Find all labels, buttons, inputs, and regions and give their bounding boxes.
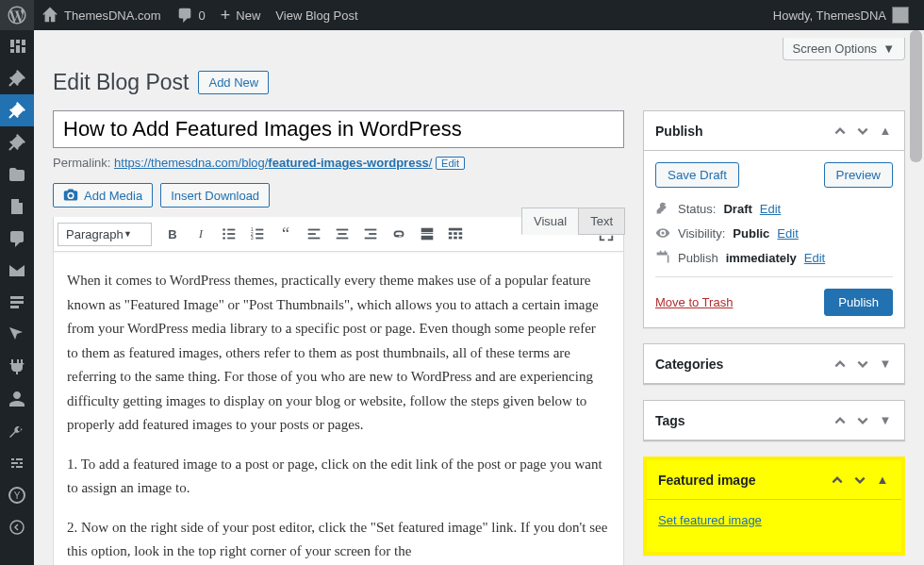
permalink-edit-button[interactable]: Edit: [436, 157, 465, 170]
toggle-icon[interactable]: ▼: [878, 357, 893, 372]
move-down-icon[interactable]: [855, 124, 870, 139]
toggle-icon[interactable]: ▲: [878, 124, 893, 139]
status-edit-link[interactable]: Edit: [760, 202, 781, 216]
view-link[interactable]: View Blog Post: [268, 0, 365, 30]
numbered-list-button[interactable]: 123: [244, 221, 271, 247]
svg-rect-23: [365, 238, 377, 240]
svg-rect-22: [369, 233, 376, 235]
menu-collapse[interactable]: [0, 511, 34, 543]
menu-appearance[interactable]: [0, 319, 34, 351]
toolbar-toggle-button[interactable]: [442, 221, 469, 247]
svg-point-7: [223, 237, 225, 240]
svg-rect-14: [256, 238, 263, 240]
avatar: [892, 7, 909, 24]
comments-count: 0: [199, 8, 206, 23]
menu-contact[interactable]: [0, 255, 34, 287]
svg-rect-32: [454, 237, 457, 240]
move-down-icon[interactable]: [855, 357, 870, 372]
add-new-button[interactable]: Add New: [198, 71, 269, 94]
svg-point-2: [10, 521, 24, 534]
scrollbar[interactable]: [908, 30, 924, 565]
editor-content[interactable]: When it comes to WordPress themes, pract…: [54, 252, 623, 565]
save-draft-button[interactable]: Save Draft: [655, 162, 739, 188]
menu-forms[interactable]: [0, 287, 34, 319]
menu-item[interactable]: [0, 126, 34, 158]
post-paragraph: 2. Now on the right side of your post ed…: [67, 516, 610, 564]
new-content-menu[interactable]: + New: [213, 0, 269, 30]
tab-text[interactable]: Text: [578, 208, 625, 235]
account-menu[interactable]: Howdy, ThemesDNA: [766, 0, 916, 30]
schedule-edit-link[interactable]: Edit: [804, 251, 825, 265]
align-right-button[interactable]: [357, 221, 384, 247]
svg-text:3: 3: [251, 235, 254, 241]
svg-text:Y: Y: [14, 490, 21, 501]
menu-media[interactable]: [0, 158, 34, 191]
site-name-menu[interactable]: ThemesDNA.com: [34, 0, 169, 30]
menu-tools[interactable]: [0, 415, 34, 447]
comments-menu[interactable]: 0: [169, 0, 213, 30]
menu-users[interactable]: [0, 383, 34, 415]
key-icon: [655, 201, 670, 216]
menu-plugins[interactable]: [0, 351, 34, 383]
site-title: ThemesDNA.com: [64, 8, 161, 23]
svg-rect-30: [459, 232, 463, 235]
menu-seo[interactable]: Y: [0, 479, 34, 511]
menu-item-pinned[interactable]: [0, 62, 34, 94]
italic-button[interactable]: I: [188, 221, 214, 247]
permalink-link[interactable]: https://themesdna.com/blog/featured-imag…: [114, 156, 432, 170]
featured-image-title: Featured image: [658, 473, 755, 488]
align-center-button[interactable]: [329, 221, 355, 247]
menu-dashboard[interactable]: [0, 30, 34, 62]
page-title: Edit Blog Post: [53, 70, 189, 95]
post-paragraph: When it comes to WordPress themes, pract…: [67, 269, 610, 438]
move-to-trash-link[interactable]: Move to Trash: [655, 295, 733, 309]
wp-logo-menu[interactable]: [0, 0, 34, 30]
move-up-icon[interactable]: [830, 473, 845, 488]
move-up-icon[interactable]: [833, 357, 848, 372]
caret-down-icon: ▼: [124, 229, 132, 239]
svg-rect-6: [227, 233, 235, 235]
insert-download-button[interactable]: Insert Download: [160, 183, 270, 208]
move-down-icon[interactable]: [852, 473, 867, 488]
move-down-icon[interactable]: [855, 413, 870, 428]
categories-title: Categories: [655, 357, 723, 372]
svg-point-5: [223, 233, 225, 236]
quote-button[interactable]: “: [272, 221, 299, 247]
toggle-icon[interactable]: ▼: [878, 413, 893, 428]
scrollbar-thumb[interactable]: [910, 30, 922, 162]
align-left-button[interactable]: [301, 221, 327, 247]
bullet-list-button[interactable]: [216, 221, 242, 247]
add-media-button[interactable]: Add Media: [53, 183, 153, 208]
svg-rect-18: [337, 229, 349, 231]
plus-icon: +: [221, 6, 231, 25]
svg-rect-8: [227, 238, 235, 240]
svg-rect-25: [421, 233, 434, 234]
toggle-icon[interactable]: ▲: [875, 473, 890, 488]
read-more-button[interactable]: [414, 221, 440, 247]
menu-posts[interactable]: [0, 94, 34, 126]
svg-rect-4: [227, 229, 235, 231]
publish-button[interactable]: Publish: [824, 289, 893, 316]
link-button[interactable]: [386, 221, 412, 247]
move-up-icon[interactable]: [833, 124, 848, 139]
move-up-icon[interactable]: [833, 413, 848, 428]
new-label: New: [236, 8, 260, 23]
categories-box: Categories ▼: [643, 343, 905, 385]
post-title-input[interactable]: [53, 110, 624, 148]
menu-pages[interactable]: [0, 191, 34, 223]
home-icon: [41, 7, 58, 24]
bold-button[interactable]: B: [159, 221, 186, 247]
admin-bar: ThemesDNA.com 0 + New View Blog Post How…: [0, 0, 924, 30]
menu-comments[interactable]: [0, 223, 34, 255]
tab-visual[interactable]: Visual: [521, 208, 579, 235]
visibility-edit-link[interactable]: Edit: [777, 226, 798, 241]
editor-wrap: Visual Text Paragraph ▼ B I 123 “: [53, 217, 624, 565]
menu-settings[interactable]: [0, 447, 34, 479]
format-select[interactable]: Paragraph ▼: [58, 223, 152, 246]
featured-image-box: Featured image ▲ Set featured image: [643, 457, 905, 556]
preview-button[interactable]: Preview: [824, 162, 893, 188]
screen-options-button[interactable]: Screen Options ▼: [783, 38, 905, 60]
svg-rect-15: [308, 229, 321, 231]
set-featured-image-link[interactable]: Set featured image: [658, 513, 762, 527]
comment-icon: [176, 7, 193, 24]
